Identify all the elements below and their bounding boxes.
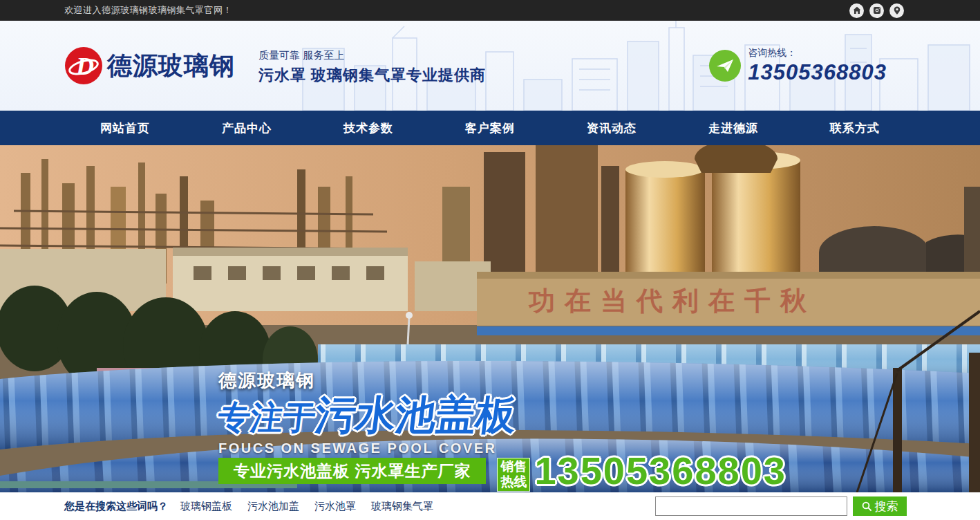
hero-banner: 功在当代利在千秋 德源玻璃钢 专注于污水池盖板	[0, 145, 980, 492]
hotword-links: 玻璃钢盖板 污水池加盖 污水池罩 玻璃钢集气罩	[180, 500, 433, 513]
sales-number: 13505368803	[534, 448, 786, 492]
slogan-large: 污水罩 玻璃钢集气罩专业提供商	[258, 65, 486, 86]
search-button[interactable]: 搜索	[853, 496, 907, 516]
sales-label-line2: 热线	[500, 474, 527, 490]
paper-plane-icon	[709, 50, 741, 82]
home-icon[interactable]	[849, 3, 864, 18]
search-strip: 您是在搜索这些词吗？ 玻璃钢盖板 污水池加盖 污水池罩 玻璃钢集气罩 搜索	[0, 492, 980, 520]
hotline-label: 咨询热线：	[748, 47, 887, 59]
header-slogans: 质量可靠 服务至上 污水罩 玻璃钢集气罩专业提供商	[258, 46, 486, 86]
hotline-number: 13505368803	[748, 60, 887, 85]
company-name: 德源玻璃钢	[107, 49, 235, 83]
logo-icon: D	[64, 46, 103, 85]
hotword-link-3[interactable]: 污水池罩	[314, 500, 356, 513]
hero-text-block: 德源玻璃钢 专注于污水池盖板 FOUCS ON SEWAGE POOL COVE…	[218, 369, 516, 456]
instagram-icon[interactable]	[869, 3, 884, 18]
search-input[interactable]	[655, 496, 847, 516]
wall-slogan-text: 功在当代利在千秋	[528, 286, 816, 315]
location-pin-icon[interactable]	[889, 3, 904, 18]
magnifier-icon	[862, 501, 872, 512]
slogan-small: 质量可靠 服务至上	[258, 49, 486, 62]
sales-hotline-badge: 销售 热线	[497, 458, 530, 492]
site-header: D 德源玻璃钢 质量可靠 服务至上 污水罩 玻璃钢集气罩专业提供商 咨询热线： …	[0, 21, 980, 111]
hero-tag: 专业污水池盖板 污水罩生产厂家	[218, 458, 486, 484]
welcome-text: 欢迎进入德源玻璃钢玻璃钢集气罩官网！	[64, 4, 232, 17]
hero-title-main: 污水池盖板	[313, 392, 519, 437]
svg-text:D: D	[75, 53, 94, 80]
nav-item-cases[interactable]: 客户案例	[429, 111, 551, 145]
hotword-link-4[interactable]: 玻璃钢集气罩	[371, 500, 433, 513]
topbar: 欢迎进入德源玻璃钢玻璃钢集气罩官网！	[0, 0, 980, 21]
nav-item-about[interactable]: 走进德源	[672, 111, 794, 145]
nav-item-contact[interactable]: 联系方式	[794, 111, 916, 145]
hero-tag-row: 专业污水池盖板 污水罩生产厂家 销售 热线 13505368803	[218, 458, 786, 492]
hero-title: 专注于污水池盖板	[216, 394, 518, 436]
sales-label-line1: 销售	[500, 459, 527, 474]
logo[interactable]: D 德源玻璃钢	[64, 46, 235, 85]
nav-item-home[interactable]: 网站首页	[64, 111, 186, 145]
hero-brand: 德源玻璃钢	[218, 369, 516, 393]
main-nav: 网站首页 产品中心 技术参数 客户案例 资讯动态 走进德源 联系方式	[0, 111, 980, 145]
topbar-icons	[849, 3, 904, 18]
hotword-link-1[interactable]: 玻璃钢盖板	[180, 500, 232, 513]
nav-item-specs[interactable]: 技术参数	[308, 111, 429, 145]
hotline-box: 咨询热线： 13505368803	[709, 47, 887, 85]
hotword-link-2[interactable]: 污水池加盖	[247, 500, 299, 513]
nav-item-products[interactable]: 产品中心	[186, 111, 308, 145]
hero-subtitle-en: FOUCS ON SEWAGE POOL COVER	[218, 440, 516, 456]
search-prompt: 您是在搜索这些词吗？	[64, 500, 168, 513]
search-button-label: 搜索	[875, 499, 898, 514]
hero-title-prefix: 专注于	[216, 399, 318, 436]
nav-item-news[interactable]: 资讯动态	[551, 111, 672, 145]
